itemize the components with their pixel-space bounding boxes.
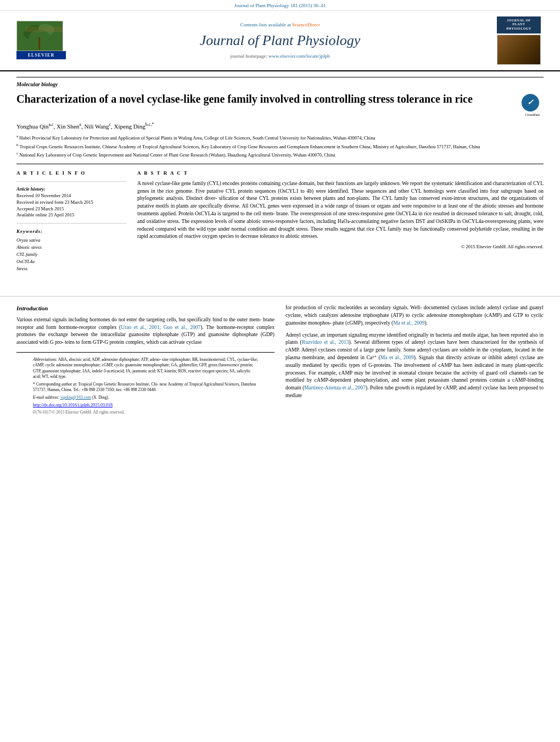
article-content: Molecular biology Characterization of a … [0, 71, 560, 288]
sciencedirect-link: Contents lists available at ScienceDirec… [77, 21, 483, 29]
affiliation-a: a Hubei Provincial Key Laboratory for Pr… [16, 134, 544, 141]
keyword-3: CYL family [16, 252, 126, 258]
sciencedirect-anchor[interactable]: ScienceDirect [292, 22, 320, 27]
intro-paragraph-3: Adenyl cyclase, an important signaling e… [285, 332, 544, 400]
copyright-line: © 2015 Elsevier GmbH. All rights reserve… [137, 244, 544, 250]
page: Journal of Plant Physiology 181 (2015) 3… [0, 0, 560, 742]
authors-line: Yonghua Qina,c, Xin Shena, Nili Wangc, X… [16, 121, 544, 131]
journal-logo-right: JOURNAL OF PLANT PHYSIOLOGY [494, 16, 544, 65]
corresponding-author-footnote: * Corresponding author at: Tropical Crop… [33, 382, 258, 393]
available-online-date: Available online 25 April 2015 [16, 212, 126, 219]
elsevier-label: ELSEVIER [16, 51, 66, 59]
martinez-ref-link[interactable]: Martinez-Atienza et al., 2007 [304, 385, 366, 390]
plant-illustration-icon [17, 21, 63, 51]
abstract-text: A novel cyclase-like gene family (CYL) e… [137, 180, 544, 241]
article-category: Molecular biology [16, 77, 544, 88]
affiliation-c: c National Key Laboratory of Crop Geneti… [16, 151, 544, 158]
journal-top-bar: Journal of Plant Physiology 181 (2015) 3… [0, 0, 560, 11]
keyword-1: Oryza sativa [16, 237, 126, 244]
article-history: Article history: Received 10 November 20… [16, 186, 126, 224]
crossmark-label: CrossMark [522, 113, 544, 117]
email-link[interactable]: xipding@163.com [60, 395, 91, 400]
affiliations: a Hubei Provincial Key Laboratory for Pr… [16, 134, 544, 158]
body-columns: Introduction Various external signals in… [0, 304, 560, 415]
intro-paragraph-1: Various external signals including hormo… [16, 316, 275, 347]
abstract-col: A B S T R A C T A novel cyclase-like gen… [137, 170, 544, 277]
journal-header-center: Contents lists available at ScienceDirec… [66, 21, 494, 60]
journal-logo-image [497, 35, 541, 65]
affiliation-b: b Tropical Crops Genetic Resources Insti… [16, 143, 544, 150]
journal-header: ELSEVIER Contents lists available at Sci… [0, 11, 560, 71]
doi-link[interactable]: http://dx.doi.org/10.1016/j.jplph.2015.0… [33, 403, 113, 408]
crossmark-logo: ✓ CrossMark [522, 94, 544, 117]
elsevier-logo: ELSEVIER [16, 21, 66, 60]
journal-title: Journal of Plant Physiology [77, 31, 483, 51]
crossmark-icon: ✓ [522, 94, 539, 111]
organizations-text: organizations [509, 196, 537, 201]
abstract-label: A B S T R A C T [137, 170, 544, 177]
doi-line: http://dx.doi.org/10.1016/j.jplph.2015.0… [33, 402, 258, 408]
ma-ref-link-1[interactable]: Ma et al., 2009 [393, 320, 424, 326]
abbreviations-footnote: Abbreviations: ABA, abscisic acid; ADP, … [33, 357, 258, 380]
keyword-2: Abiotic stress [16, 244, 126, 251]
footnotes-area: Abbreviations: ABA, abscisic acid; ADP, … [16, 352, 275, 415]
keyword-4: OsCYL4a [16, 259, 126, 265]
elsevier-plant-image [16, 21, 63, 51]
svg-rect-5 [25, 26, 63, 32]
journal-homepage: journal homepage: www.elsevier.com/locat… [77, 53, 483, 60]
urao-ref-link[interactable]: Urao et al., 2001; Guo et al., 2007 [121, 325, 200, 330]
section-divider [0, 296, 560, 297]
journal-logo-label: JOURNAL OF PLANT PHYSIOLOGY [497, 16, 541, 34]
journal-citation: Journal of Plant Physiology 181 (2015) 3… [234, 3, 326, 8]
body-left-col: Introduction Various external signals in… [16, 304, 275, 415]
keywords-section: Keywords: Oryza sativa Abiotic stress CY… [16, 228, 126, 272]
intro-paragraph-2: for production of cyclic nucleotides as … [285, 304, 544, 327]
ma-ref-link-2[interactable]: Ma et al., 2009 [380, 355, 414, 360]
article-info-abstract: A R T I C L E I N F O Article history: R… [16, 164, 544, 277]
article-title-row: Characterization of a novel cyclase-like… [16, 92, 544, 117]
introduction-heading: Introduction [16, 304, 275, 313]
article-info-label: A R T I C L E I N F O [16, 170, 126, 182]
history-label: Article history: [16, 186, 126, 193]
keywords-label: Keywords: [16, 228, 126, 235]
keyword-5: Stress [16, 266, 126, 272]
ruzvidzo-ref-link[interactable]: Ruzvidzo et al., 2013 [302, 339, 349, 345]
accepted-date: Accepted 23 March 2015 [16, 206, 126, 213]
email-footnote: E-mail address: xipding@163.com (X. Ding… [33, 395, 258, 401]
svg-rect-4 [38, 37, 40, 49]
issn-line: 0176-1617/© 2015 Elsevier GmbH. All righ… [33, 410, 258, 416]
body-right-col: for production of cyclic nucleotides as … [285, 304, 544, 415]
article-title: Characterization of a novel cyclase-like… [16, 92, 516, 106]
homepage-link[interactable]: www.elsevier.com/locate/jplph [268, 53, 329, 59]
article-info-col: A R T I C L E I N F O Article history: R… [16, 170, 126, 277]
received-date: Received 10 November 2014 [16, 193, 126, 199]
received-revised-date: Received in revised form 23 March 2015 [16, 199, 126, 206]
